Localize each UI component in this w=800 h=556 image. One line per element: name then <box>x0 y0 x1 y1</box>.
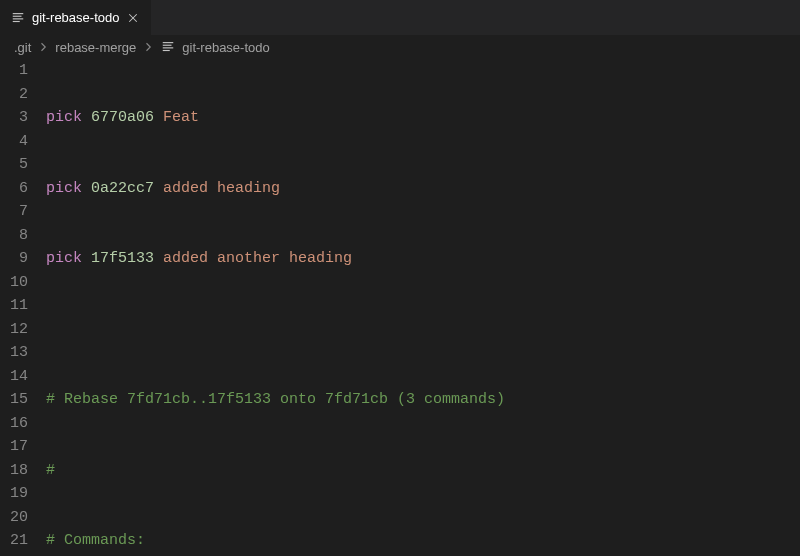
line-number: 15 <box>0 388 28 412</box>
commit-hash: 17f5133 <box>91 250 154 267</box>
line-number: 12 <box>0 318 28 342</box>
code-line[interactable]: # Commands: <box>46 529 800 553</box>
line-number: 11 <box>0 294 28 318</box>
tab-title: git-rebase-todo <box>32 10 119 25</box>
line-number: 18 <box>0 459 28 483</box>
line-number: 19 <box>0 482 28 506</box>
code-line[interactable]: # <box>46 459 800 483</box>
code-area[interactable]: pick 6770a06 Feat pick 0a22cc7 added hea… <box>46 59 800 556</box>
line-number: 6 <box>0 177 28 201</box>
line-number: 3 <box>0 106 28 130</box>
line-number: 17 <box>0 435 28 459</box>
line-number: 20 <box>0 506 28 530</box>
tab-git-rebase-todo[interactable]: git-rebase-todo <box>0 0 152 35</box>
line-number: 16 <box>0 412 28 436</box>
chevron-right-icon <box>140 41 156 53</box>
breadcrumb-seg-rebase-merge[interactable]: rebase-merge <box>55 40 136 55</box>
code-line[interactable]: pick 17f5133 added another heading <box>46 247 800 271</box>
line-number-gutter: 1 2 3 4 5 6 7 8 9 10 11 12 13 14 15 16 1… <box>0 59 46 556</box>
line-number: 14 <box>0 365 28 389</box>
code-line[interactable]: # Rebase 7fd71cb..17f5133 onto 7fd71cb (… <box>46 388 800 412</box>
editor[interactable]: 1 2 3 4 5 6 7 8 9 10 11 12 13 14 15 16 1… <box>0 59 800 556</box>
breadcrumb-seg-file[interactable]: git-rebase-todo <box>182 40 269 55</box>
commit-hash: 6770a06 <box>91 109 154 126</box>
rebase-command-keyword: pick <box>46 180 82 197</box>
tab-bar: git-rebase-todo <box>0 0 800 35</box>
line-number: 21 <box>0 529 28 553</box>
line-number: 13 <box>0 341 28 365</box>
file-icon <box>160 39 176 55</box>
breadcrumb: .git rebase-merge git-rebase-todo <box>0 35 800 59</box>
line-number: 10 <box>0 271 28 295</box>
close-icon[interactable] <box>125 10 141 26</box>
code-line[interactable]: pick 6770a06 Feat <box>46 106 800 130</box>
line-number: 9 <box>0 247 28 271</box>
file-icon <box>10 10 26 26</box>
chevron-right-icon <box>35 41 51 53</box>
commit-message: added another heading <box>163 250 352 267</box>
line-number: 4 <box>0 130 28 154</box>
commit-message: Feat <box>163 109 199 126</box>
line-number: 8 <box>0 224 28 248</box>
code-line[interactable]: pick 0a22cc7 added heading <box>46 177 800 201</box>
commit-message: added heading <box>163 180 280 197</box>
breadcrumb-seg-git[interactable]: .git <box>14 40 31 55</box>
commit-hash: 0a22cc7 <box>91 180 154 197</box>
line-number: 7 <box>0 200 28 224</box>
rebase-command-keyword: pick <box>46 109 82 126</box>
line-number: 1 <box>0 59 28 83</box>
line-number: 5 <box>0 153 28 177</box>
rebase-command-keyword: pick <box>46 250 82 267</box>
code-line[interactable] <box>46 318 800 342</box>
line-number: 2 <box>0 83 28 107</box>
